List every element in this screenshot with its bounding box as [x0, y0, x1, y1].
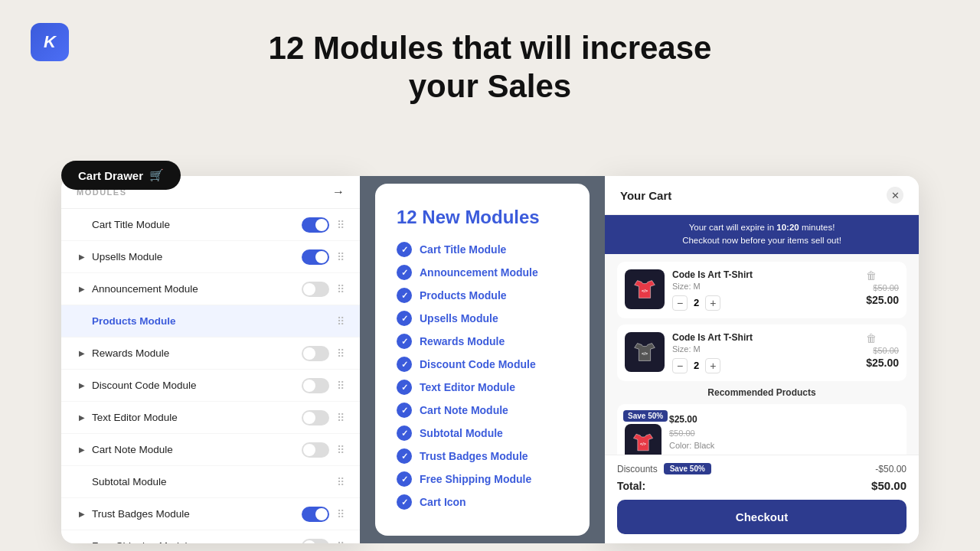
module-list-text: Discount Code Module — [420, 358, 536, 370]
discounts-row: Discounts Save 50% -$50.00 — [617, 463, 906, 474]
cart-header: Your Cart ✕ — [605, 176, 919, 215]
cart-item-2-qty: − 2 + — [672, 358, 858, 373]
modules-card-title: 12 New Modules — [397, 207, 568, 228]
drag-icon-cart-note[interactable]: ⠿ — [337, 444, 345, 456]
price-sale-2: $25.00 — [866, 357, 899, 369]
toggle-cart-title[interactable] — [302, 217, 329, 233]
timer-time: 10:20 — [776, 223, 799, 232]
toggle-free-shipping[interactable] — [302, 539, 329, 544]
drag-icon-rewards[interactable]: ⠿ — [337, 347, 345, 360]
dot-6[interactable] — [489, 517, 495, 522]
expand-text-editor-icon[interactable]: ▶ — [77, 412, 87, 423]
save-badge-1: Save 50% — [623, 410, 668, 422]
dot-7[interactable] — [498, 517, 504, 522]
drag-icon-free-shipping[interactable]: ⠿ — [337, 540, 345, 544]
module-name-rewards: Rewards Module — [92, 347, 302, 359]
module-name-upsells: Upsells Module — [92, 251, 302, 262]
toggle-announcement[interactable] — [302, 282, 329, 297]
expand-rewards-icon[interactable]: ▶ — [77, 348, 87, 359]
rec-color-1: Color: Black — [669, 441, 899, 450]
module-name-products: Products Module — [92, 315, 337, 327]
variant-select-1[interactable]: Select the Varient — [669, 455, 849, 455]
module-list-text: Free Shipping Module — [420, 473, 531, 485]
cart-item-2-size: Size: M — [672, 344, 858, 354]
add-button-1[interactable]: + Add — [855, 455, 899, 455]
hero-line2: your Sales — [409, 68, 571, 104]
dot-1[interactable] — [443, 517, 449, 522]
toggle-discount[interactable] — [302, 378, 329, 393]
qty-minus-2[interactable]: − — [672, 358, 688, 373]
drag-icon-cart-title[interactable]: ⠿ — [337, 219, 345, 231]
cart-drawer-label[interactable]: Cart Drawer 🛒 — [61, 161, 181, 190]
panel-header-arrow-icon[interactable]: → — [332, 185, 345, 199]
cart-item-1-image: </> — [625, 269, 665, 309]
dot-8[interactable] — [508, 517, 513, 522]
total-label: Total: — [617, 480, 645, 492]
svg-text:</>: </> — [642, 288, 648, 292]
checkout-button[interactable]: Checkout — [617, 500, 906, 534]
drag-icon-text-editor[interactable]: ⠿ — [337, 412, 345, 424]
svg-text:</>: </> — [642, 350, 648, 355]
cart-close-button[interactable]: ✕ — [887, 187, 903, 204]
module-row-subtotal: Subtotal Module ⠿ — [61, 466, 360, 498]
module-row-trust-badges: ▶ Trust Badges Module ⠿ — [61, 498, 360, 530]
tshirt-svg-1: </> — [630, 275, 659, 304]
toggle-text-editor[interactable] — [302, 410, 329, 425]
toggle-trust-badges[interactable] — [302, 507, 329, 522]
module-list-text: Subtotal Module — [420, 427, 503, 439]
expand-announcement-icon[interactable]: ▶ — [77, 284, 87, 295]
modules-panel: MODULES → Cart Title Module ⠿ ▶ Upsells … — [61, 176, 360, 543]
dot-4[interactable] — [471, 517, 476, 522]
qty-num-1: 2 — [694, 297, 699, 308]
module-row-cart-title: Cart Title Module ⠿ — [61, 209, 360, 241]
module-row-free-shipping: ▶ Free Shipping Module ⠿ — [61, 530, 360, 543]
cart-item-1-qty: − 2 + — [672, 295, 858, 311]
module-list-discount: Discount Code Module — [397, 357, 568, 372]
module-name-announcement: Announcement Module — [92, 283, 302, 295]
hero-title: 12 Modules that will increase your Sales — [269, 29, 712, 106]
toggle-rewards[interactable] — [302, 346, 329, 361]
dot-5[interactable] — [480, 517, 485, 522]
dot-9[interactable] — [517, 517, 522, 522]
module-row-products: Products Module ⠿ — [61, 305, 360, 337]
qty-plus-2[interactable]: + — [705, 358, 720, 373]
check-icon-free-shipping — [397, 471, 412, 487]
module-list-products: Products Module — [397, 288, 568, 303]
module-list-text: Cart Note Module — [420, 404, 508, 416]
cart-item-1-info: Code Is Art T-Shirt Size: M − 2 + — [672, 269, 858, 311]
expand-cart-note-icon[interactable]: ▶ — [77, 445, 87, 455]
module-row-announcement: ▶ Announcement Module ⠿ — [61, 273, 360, 305]
middle-panel: 12 New Modules Cart Title Module Announc… — [360, 176, 605, 543]
rec-item-1-info: $25.00 $50.00 Color: Black Select the Va… — [669, 412, 899, 455]
dot-3[interactable] — [462, 517, 467, 522]
drag-icon-subtotal[interactable]: ⠿ — [337, 476, 345, 488]
expand-free-shipping-icon[interactable]: ▶ — [77, 541, 87, 544]
toggle-cart-note[interactable] — [302, 442, 329, 458]
expand-trust-icon[interactable]: ▶ — [77, 509, 87, 520]
rec-price-1: $25.00 — [669, 414, 697, 425]
module-name-discount: Discount Code Module — [92, 380, 302, 391]
dot-2[interactable] — [452, 517, 458, 522]
price-sale-1: $25.00 — [866, 294, 899, 306]
trash-icon-1[interactable]: 🗑 — [866, 269, 877, 282]
cart-icon: 🛒 — [149, 168, 164, 182]
qty-minus-1[interactable]: − — [672, 295, 688, 311]
module-list-trust-badges: Trust Badges Module — [397, 448, 568, 464]
module-list-subtotal: Subtotal Module — [397, 425, 568, 441]
drag-icon-products[interactable]: ⠿ — [337, 315, 345, 328]
cart-item-1-name: Code Is Art T-Shirt — [672, 269, 858, 280]
expand-discount-icon[interactable]: ▶ — [77, 380, 87, 391]
drag-icon-discount[interactable]: ⠿ — [337, 380, 345, 392]
cart-body: </> Code Is Art T-Shirt Size: M − 2 + 🗑 … — [605, 254, 919, 455]
expand-upsells-icon[interactable]: ▶ — [77, 252, 87, 262]
recommended-section: Recommended Products </> — [617, 387, 906, 455]
drag-icon-trust-badges[interactable]: ⠿ — [337, 508, 345, 520]
drag-icon-upsells[interactable]: ⠿ — [337, 251, 345, 263]
check-icon-upsells — [397, 311, 412, 326]
trash-icon-2[interactable]: 🗑 — [866, 332, 877, 344]
expand-products-spacer — [77, 316, 87, 327]
qty-plus-1[interactable]: + — [705, 295, 720, 311]
drag-icon-announcement[interactable]: ⠿ — [337, 283, 345, 295]
cart-title: Your Cart — [620, 189, 671, 202]
toggle-upsells[interactable] — [302, 249, 329, 265]
